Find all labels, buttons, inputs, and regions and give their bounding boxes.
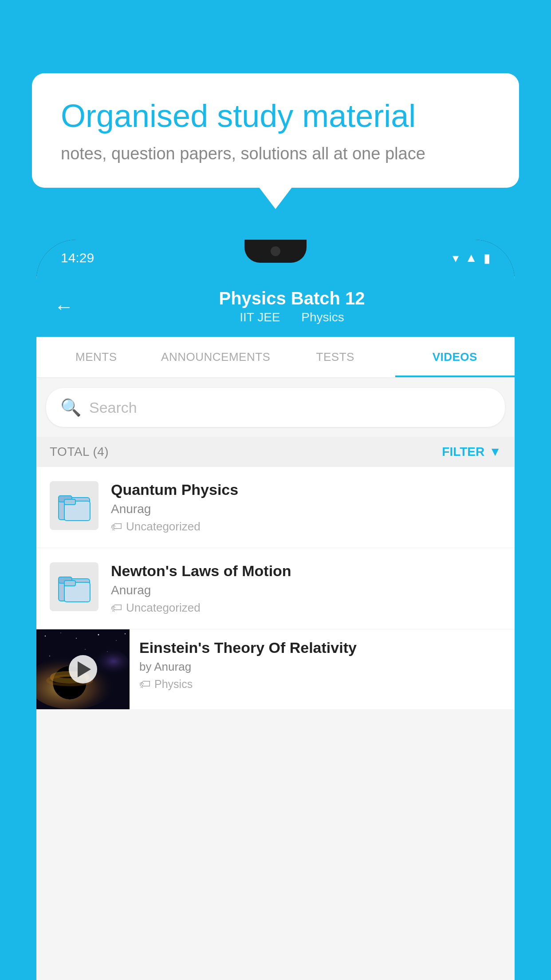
video-thumbnail-2	[50, 562, 98, 611]
svg-rect-7	[64, 581, 75, 586]
video-title-3: Einstein's Theory Of Relativity	[139, 639, 505, 656]
video-author-2: Anurag	[111, 583, 501, 597]
batch-title: Physics Batch 12	[87, 288, 497, 308]
speech-bubble: Organised study material notes, question…	[32, 73, 519, 188]
video-tag-3: 🏷 Physics	[139, 677, 505, 691]
video-thumbnail-1	[50, 481, 98, 530]
video-tag-1: 🏷 Uncategorized	[111, 520, 501, 533]
camera	[271, 246, 280, 256]
wifi-icon: ▾	[453, 251, 459, 265]
batch-tags: IIT JEE Physics	[87, 310, 497, 324]
tab-videos[interactable]: VIDEOS	[395, 337, 515, 377]
play-button[interactable]	[69, 655, 97, 684]
list-item[interactable]: Einstein's Theory Of Relativity by Anura…	[36, 629, 515, 709]
svg-rect-3	[64, 499, 75, 505]
svg-point-13	[116, 640, 117, 641]
phone-frame: 14:29 ▾ ▲ ▮ ← Physics Batch 12 IIT JEE P…	[36, 240, 515, 980]
back-button[interactable]: ←	[54, 296, 74, 318]
notch	[244, 240, 307, 263]
svg-point-16	[49, 656, 50, 656]
status-icons: ▾ ▲ ▮	[453, 251, 490, 265]
video-list: Quantum Physics Anurag 🏷 Uncategorized	[36, 467, 515, 709]
list-item[interactable]: Newton's Laws of Motion Anurag 🏷 Uncateg…	[36, 548, 515, 629]
tag-icon: 🏷	[111, 601, 122, 615]
svg-point-11	[76, 638, 77, 639]
svg-point-9	[45, 636, 46, 636]
svg-point-12	[98, 634, 99, 636]
bubble-title: Organised study material	[61, 98, 490, 134]
video-thumbnail-3	[36, 629, 130, 709]
svg-point-14	[125, 633, 126, 634]
video-author-3: by Anurag	[139, 660, 505, 674]
video-info-2: Newton's Laws of Motion Anurag 🏷 Uncateg…	[111, 562, 501, 615]
app-header: ← Physics Batch 12 IIT JEE Physics	[36, 276, 515, 337]
video-title-1: Quantum Physics	[111, 481, 501, 498]
video-tag-2: 🏷 Uncategorized	[111, 601, 501, 615]
status-bar: 14:29 ▾ ▲ ▮	[36, 240, 515, 276]
header-title-area: Physics Batch 12 IIT JEE Physics	[87, 288, 497, 324]
tag-physics: Physics	[301, 310, 344, 324]
folder-icon	[56, 488, 92, 523]
video-author-1: Anurag	[111, 502, 501, 516]
search-input[interactable]: Search	[89, 399, 137, 416]
bubble-subtitle: notes, question papers, solutions all at…	[61, 144, 490, 163]
tabs-bar: MENTS ANNOUNCEMENTS TESTS VIDEOS	[36, 337, 515, 378]
tag-icon: 🏷	[139, 677, 151, 691]
phone-content: ← Physics Batch 12 IIT JEE Physics MENTS…	[36, 276, 515, 980]
filter-icon: ▼	[489, 445, 501, 459]
search-bar[interactable]: 🔍 Search	[46, 388, 505, 427]
svg-point-17	[85, 649, 85, 649]
svg-point-10	[60, 632, 61, 633]
status-time: 14:29	[61, 250, 94, 265]
video-info-1: Quantum Physics Anurag 🏷 Uncategorized	[111, 481, 501, 533]
filter-label: FILTER	[442, 445, 484, 459]
tab-tests[interactable]: TESTS	[276, 337, 395, 377]
video-info-3: Einstein's Theory Of Relativity by Anura…	[130, 629, 515, 701]
total-count: TOTAL (4)	[50, 445, 109, 459]
signal-icon: ▲	[465, 251, 477, 265]
list-header: TOTAL (4) FILTER ▼	[36, 437, 515, 467]
tag-iitjee: IIT JEE	[240, 310, 280, 324]
list-item[interactable]: Quantum Physics Anurag 🏷 Uncategorized	[36, 467, 515, 548]
filter-button[interactable]: FILTER ▼	[442, 445, 501, 459]
battery-icon: ▮	[484, 251, 490, 265]
folder-icon	[56, 569, 92, 605]
play-icon	[78, 661, 91, 677]
search-icon: 🔍	[60, 398, 81, 417]
content-area: 🔍 Search TOTAL (4) FILTER ▼	[36, 378, 515, 980]
tab-announcements[interactable]: ANNOUNCEMENTS	[156, 337, 276, 377]
tab-ments[interactable]: MENTS	[36, 337, 156, 377]
video-title-2: Newton's Laws of Motion	[111, 562, 501, 580]
tag-icon: 🏷	[111, 520, 122, 533]
